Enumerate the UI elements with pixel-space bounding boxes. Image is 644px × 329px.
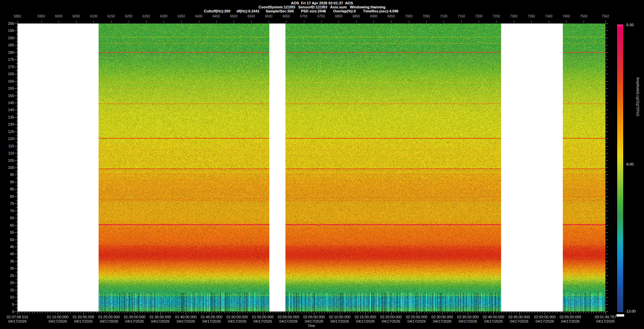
time-minor-tick — [70, 312, 71, 313]
freq-tick — [15, 45, 17, 45]
record-tick — [251, 20, 252, 23]
freq-tick — [15, 247, 17, 247]
freq-tick-label: 155 — [0, 87, 14, 90]
time-minor-tick — [563, 312, 563, 313]
freq-minor-tick-right — [606, 308, 607, 308]
freq-tick-label: 125 — [0, 130, 14, 133]
time-minor-tick — [347, 312, 348, 313]
time-minor-tick — [576, 312, 576, 313]
record-tick-label: 6700 — [294, 14, 313, 18]
time-minor-tick — [386, 312, 386, 313]
time-minor-tick — [383, 312, 384, 313]
time-minor-tick — [365, 312, 366, 313]
record-tick — [146, 20, 147, 23]
freq-tick-label: 35 — [0, 260, 14, 263]
freq-tick — [15, 52, 17, 53]
freq-minor-tick — [16, 42, 17, 42]
time-minor-tick — [573, 312, 573, 313]
freq-tick-right — [606, 45, 608, 45]
time-minor-tick — [232, 312, 232, 313]
freq-tick-right — [606, 268, 608, 269]
record-tick-label: 7562 — [596, 14, 615, 18]
time-minor-tick — [283, 312, 284, 313]
freq-minor-tick — [16, 250, 17, 251]
time-minor-tick — [140, 312, 140, 313]
freq-minor-tick — [16, 186, 17, 186]
time-minor-tick — [401, 312, 401, 313]
record-tick — [461, 20, 462, 23]
freq-tick — [15, 103, 17, 103]
freq-minor-tick — [16, 229, 17, 229]
time-minor-tick — [306, 312, 307, 313]
freq-minor-tick-right — [606, 34, 607, 35]
freq-tick — [15, 74, 17, 74]
record-tick — [111, 20, 112, 23]
record-tick — [164, 20, 164, 23]
freq-minor-tick — [16, 200, 17, 200]
freq-minor-tick — [16, 171, 17, 172]
time-minor-tick — [353, 312, 353, 313]
time-minor-tick — [63, 312, 63, 313]
freq-tick-right — [606, 283, 608, 283]
time-minor-tick — [524, 312, 525, 313]
freq-tick-right — [606, 110, 608, 110]
time-minor-tick — [593, 312, 594, 313]
freq-minor-tick-right — [606, 186, 607, 186]
time-tick-label: 01:07:08.516 — [0, 315, 38, 319]
freq-tick — [15, 218, 17, 218]
time-minor-tick — [301, 312, 302, 313]
time-minor-tick — [76, 312, 76, 313]
freq-tick-right — [606, 96, 608, 96]
header-params-line1: CoordSystem:121f03 SensorID:121f03 Axis:… — [0, 5, 644, 9]
time-minor-tick — [99, 312, 99, 313]
time-minor-tick — [183, 312, 184, 313]
time-minor-tick — [460, 312, 461, 313]
freq-tick — [15, 254, 17, 254]
record-tick — [234, 20, 234, 23]
freq-minor-tick-right — [606, 279, 607, 279]
freq-minor-tick-right — [606, 200, 607, 200]
time-minor-tick — [124, 312, 125, 313]
time-minor-tick — [217, 312, 217, 313]
freq-tick-label: 190 — [0, 36, 14, 40]
freq-minor-tick — [16, 34, 17, 35]
time-minor-tick — [332, 312, 332, 313]
freq-tick — [15, 146, 17, 146]
freq-minor-tick-right — [606, 250, 607, 251]
colorbar-underflow-box — [616, 314, 624, 317]
record-tick — [269, 20, 269, 23]
record-tick — [199, 20, 199, 23]
time-minor-tick — [127, 312, 127, 313]
time-minor-tick — [458, 312, 458, 313]
spectrogram-plot[interactable] — [17, 23, 605, 312]
freq-tick — [15, 96, 17, 96]
time-minor-tick — [196, 312, 197, 313]
freq-tick-label: 175 — [0, 58, 14, 61]
time-minor-tick — [296, 312, 297, 313]
time-minor-tick — [540, 312, 540, 313]
time-minor-tick — [370, 312, 371, 313]
time-minor-tick — [117, 312, 117, 313]
freq-tick-right — [606, 247, 608, 247]
record-tick — [94, 20, 94, 23]
time-minor-tick — [535, 312, 535, 313]
time-minor-tick — [604, 312, 604, 313]
time-minor-tick — [73, 312, 73, 313]
freq-minor-tick-right — [606, 27, 607, 28]
freq-minor-tick — [16, 106, 17, 107]
time-minor-tick — [176, 312, 176, 313]
freq-tick-right — [606, 297, 608, 297]
freq-minor-tick — [16, 222, 17, 222]
time-minor-tick — [578, 312, 579, 313]
time-minor-tick — [50, 312, 50, 313]
freq-tick-right — [606, 59, 608, 60]
time-minor-tick — [368, 312, 368, 313]
time-minor-tick — [32, 312, 33, 313]
freq-minor-tick-right — [606, 128, 607, 128]
record-tick — [339, 20, 339, 23]
time-minor-tick — [468, 312, 468, 313]
freq-tick-right — [606, 240, 608, 240]
freq-tick-right — [606, 261, 608, 262]
freq-tick-label: 75 — [0, 202, 14, 205]
freq-tick-right — [606, 203, 608, 204]
